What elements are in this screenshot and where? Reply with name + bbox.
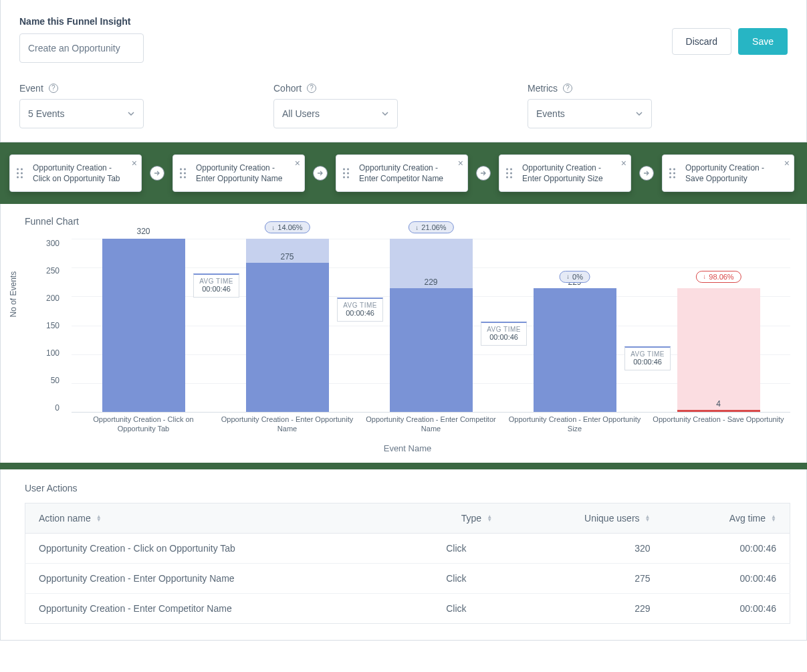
event-filter-label: Event: [19, 83, 43, 94]
close-icon[interactable]: ×: [621, 158, 626, 169]
arrow-down-icon: ↓: [703, 273, 706, 280]
chart-bar[interactable]: 4↓ 98.06%: [677, 288, 760, 412]
drag-handle-icon[interactable]: [180, 169, 186, 179]
event-select-value: 5 Events: [28, 108, 64, 119]
chevron-down-icon: [127, 110, 135, 118]
bar-value-label: 275: [280, 252, 294, 261]
bar-value-label: 4: [716, 399, 721, 409]
table-row[interactable]: Opportunity Creation - Enter Competitor …: [25, 594, 790, 624]
y-tick: 250: [46, 266, 60, 275]
funnel-step-card[interactable]: ×Opportunity Creation - Click on Opportu…: [9, 154, 142, 192]
chevron-down-icon: [635, 110, 643, 118]
y-tick: 50: [51, 376, 60, 385]
cell-users: 229: [505, 594, 663, 624]
cohort-select[interactable]: All Users: [273, 99, 398, 128]
cell-type: Click: [407, 564, 505, 594]
y-tick: 100: [46, 348, 60, 358]
close-icon[interactable]: ×: [295, 158, 300, 169]
col-action[interactable]: Action name▲▼: [25, 503, 407, 534]
help-icon[interactable]: ?: [307, 84, 316, 93]
arrow-right-icon: [313, 166, 328, 181]
chart-bar[interactable]: 275↓ 14.06%: [246, 239, 329, 412]
x-tick-label: Opportunity Creation - Save Opportunity: [647, 415, 790, 439]
metrics-select[interactable]: Events: [528, 99, 652, 128]
metrics-select-value: Events: [536, 108, 565, 119]
cell-time: 00:00:46: [663, 534, 790, 564]
funnel-step-label: Opportunity Creation - Enter Opportunity…: [196, 162, 291, 184]
arrow-down-icon: ↓: [271, 224, 275, 231]
funnel-step-label: Opportunity Creation - Save Opportunity: [685, 162, 780, 184]
chevron-down-icon: [381, 110, 389, 118]
funnel-step-card[interactable]: ×Opportunity Creation - Enter Competitor…: [336, 154, 468, 192]
arrow-down-icon: ↓: [415, 224, 419, 231]
funnel-step-card[interactable]: ×Opportunity Creation - Enter Opportunit…: [499, 154, 631, 192]
conversion-drop-badge: ↓ 0%: [559, 271, 590, 283]
conversion-drop-badge: ↓ 21.06%: [408, 221, 453, 233]
funnel-step-card[interactable]: ×Opportunity Creation - Enter Opportunit…: [172, 154, 305, 192]
conversion-drop-badge: ↓ 14.06%: [264, 221, 310, 233]
cohort-filter-label: Cohort: [273, 83, 302, 94]
funnel-step-card[interactable]: ×Opportunity Creation - Save Opportunity: [662, 154, 794, 192]
cell-users: 275: [505, 564, 663, 594]
bar-value-label: 229: [424, 277, 437, 287]
cohort-select-value: All Users: [282, 108, 320, 119]
y-tick: 300: [46, 239, 60, 248]
y-tick: 200: [46, 294, 60, 303]
sort-icon: ▲▼: [487, 515, 492, 522]
arrow-right-icon: [150, 166, 164, 181]
funnel-step-label: Opportunity Creation - Enter Competitor …: [359, 162, 454, 184]
help-icon[interactable]: ?: [49, 84, 58, 93]
drag-handle-icon[interactable]: [669, 169, 675, 179]
save-button[interactable]: Save: [738, 28, 788, 55]
y-tick: 150: [46, 321, 60, 330]
cell-time: 00:00:46: [663, 564, 790, 594]
event-select[interactable]: 5 Events: [19, 99, 144, 128]
cell-type: Click: [407, 534, 505, 564]
drag-handle-icon[interactable]: [17, 169, 23, 179]
bar-value-label: 320: [136, 227, 150, 236]
cell-type: Click: [407, 594, 505, 624]
chart-bar[interactable]: 320: [102, 239, 185, 412]
funnel-step-label: Opportunity Creation - Enter Opportunity…: [522, 162, 617, 184]
arrow-down-icon: ↓: [566, 273, 570, 280]
close-icon[interactable]: ×: [458, 158, 463, 169]
sort-icon: ▲▼: [645, 515, 651, 522]
sort-icon: ▲▼: [96, 515, 102, 522]
discard-button[interactable]: Discard: [672, 28, 731, 55]
y-tick: 0: [55, 403, 60, 413]
metrics-filter-label: Metrics: [528, 83, 558, 94]
chart-title: Funnel Chart: [25, 216, 790, 227]
x-axis-label: Event Name: [25, 443, 790, 453]
cell-time: 00:00:46: [663, 594, 790, 624]
arrow-right-icon: [639, 166, 654, 181]
col-type[interactable]: Type▲▼: [407, 503, 505, 534]
funnel-name-input[interactable]: [19, 33, 144, 63]
cell-action: Opportunity Creation - Click on Opportun…: [25, 534, 407, 564]
cell-action: Opportunity Creation - Enter Competitor …: [25, 594, 407, 624]
col-time[interactable]: Avg time▲▼: [663, 503, 790, 534]
drag-handle-icon[interactable]: [343, 169, 349, 179]
conversion-drop-badge: ↓ 98.06%: [695, 271, 741, 283]
x-tick-label: Opportunity Creation - Enter Opportunity…: [503, 415, 647, 439]
arrow-right-icon: [476, 166, 491, 181]
chart-bar[interactable]: 229↓ 0%: [534, 288, 616, 412]
close-icon[interactable]: ×: [132, 158, 137, 169]
table-title: User Actions: [25, 483, 790, 493]
help-icon[interactable]: ?: [563, 84, 572, 93]
cell-action: Opportunity Creation - Enter Opportunity…: [25, 564, 407, 594]
drag-handle-icon[interactable]: [506, 169, 512, 179]
sort-icon: ▲▼: [771, 515, 776, 522]
funnel-step-label: Opportunity Creation - Click on Opportun…: [33, 162, 128, 184]
cell-users: 320: [505, 534, 663, 564]
chart-plot: 320AVG TIME00:00:46275↓ 14.06%AVG TIME00…: [72, 239, 790, 413]
table-row[interactable]: Opportunity Creation - Click on Opportun…: [25, 534, 790, 564]
x-axis: Opportunity Creation - Click on Opportun…: [72, 415, 790, 439]
y-axis: 300250200150100500: [25, 239, 65, 413]
y-axis-label: No of Events: [9, 271, 18, 318]
divider: [0, 463, 807, 469]
col-users[interactable]: Unique users▲▼: [505, 503, 663, 534]
table-row[interactable]: Opportunity Creation - Enter Opportunity…: [25, 564, 790, 594]
x-tick-label: Opportunity Creation - Enter Competitor …: [359, 415, 503, 439]
close-icon[interactable]: ×: [784, 158, 790, 169]
chart-bar[interactable]: 229↓ 21.06%: [390, 239, 473, 412]
